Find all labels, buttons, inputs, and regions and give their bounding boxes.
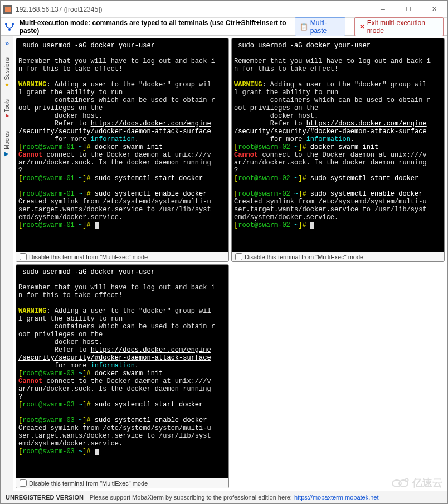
exit-multiexec-button[interactable]: ✕ Exit multi-execution mode [354,17,444,36]
svg-point-0 [5,23,7,25]
main-area: » ★ Sessions ⚑ Tools ▶ Macros sudo userm… [1,36,447,491]
disable-multiexec-checkbox[interactable] [20,479,27,487]
terminal-output[interactable]: sudo usermod -aG docker your-user Rememb… [16,38,228,252]
play-icon: ▶ [4,151,10,156]
svg-point-1 [12,23,14,25]
app-icon [3,5,12,14]
sidebar-label: Macros [4,131,10,149]
paste-icon: 📋 [300,23,308,31]
maximize-button[interactable]: ☐ [396,1,421,18]
sidebar-label: Sessions [4,57,10,80]
unregistered-label: UNREGISTERED VERSION [6,494,84,501]
terminal-pane-3: sudo usermod -aG docker your-user Rememb… [16,264,229,488]
terminal-output[interactable]: sudo usermod -aG docker your-user Rememb… [16,265,228,478]
terminal-pane-2: sudo usermod -aG docker your-user Rememb… [231,38,445,262]
close-button[interactable]: ✕ [421,1,447,18]
sidebar-expand-icon[interactable]: » [5,39,9,47]
statusbar-message: - Please support MobaXterm by subscribin… [86,494,292,501]
sidebar-tab-sessions[interactable]: ★ Sessions [4,55,10,89]
terminal-output[interactable]: sudo usermod -aG docker your-user Rememb… [232,38,444,252]
title-bar: 192.168.56.137 ([root12345]) ─ ☐ ✕ [1,1,447,18]
disable-multiexec-checkbox[interactable] [20,253,27,260]
fork-icon [4,21,15,32]
pane-footer: Disable this terminal from "MultiExec" m… [232,252,444,261]
multi-paste-label: Multi-paste [310,19,340,35]
sidebar-label: Tools [4,99,10,112]
window-controls: ─ ☐ ✕ [370,1,447,18]
exit-multiexec-label: Exit multi-execution mode [367,19,439,35]
multi-paste-button[interactable]: 📋 Multi-paste [295,17,345,36]
star-icon: ★ [4,81,10,87]
disable-multiexec-label: Disable this terminal from "MultiExec" m… [29,254,148,260]
disable-multiexec-label: Disable this terminal from "MultiExec" m… [29,480,148,487]
minimize-button[interactable]: ─ [370,1,396,18]
pane-footer: Disable this terminal from "MultiExec" m… [16,478,228,488]
multiexec-message: Multi-execution mode: commands are typed… [20,19,290,35]
svg-point-2 [8,28,11,31]
disable-multiexec-checkbox[interactable] [235,253,242,260]
statusbar-link[interactable]: https://mobaxterm.mobatek.net [294,494,379,501]
window-title: 192.168.56.137 ([root12345]) [16,6,370,13]
terminal-grid: sudo usermod -aG docker your-user Rememb… [13,36,447,491]
close-icon: ✕ [359,23,365,31]
wrench-icon: ⚑ [4,113,10,119]
terminal-pane-1: sudo usermod -aG docker your-user Rememb… [16,38,229,262]
pane-footer: Disable this terminal from "MultiExec" m… [16,252,228,261]
disable-multiexec-label: Disable this terminal from "MultiExec" m… [245,254,363,260]
status-bar: UNREGISTERED VERSION - Please support Mo… [1,491,447,503]
sidebar: » ★ Sessions ⚑ Tools ▶ Macros [1,36,13,491]
sidebar-tab-macros[interactable]: ▶ Macros [4,129,10,158]
multiexec-toolbar: Multi-execution mode: commands are typed… [1,18,447,36]
sidebar-tab-tools[interactable]: ⚑ Tools [4,97,10,121]
empty-grid-cell [231,264,445,488]
